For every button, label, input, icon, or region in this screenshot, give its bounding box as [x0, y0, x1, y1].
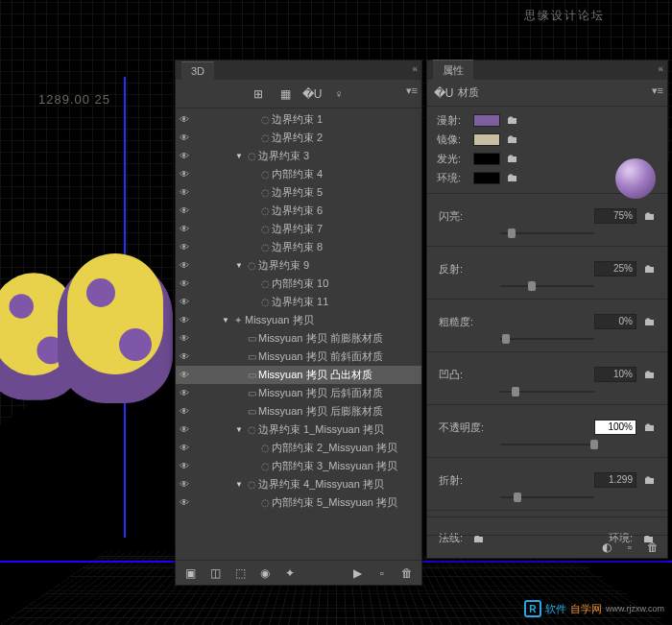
slider-track[interactable]	[500, 385, 594, 398]
slider-thumb[interactable]	[514, 493, 521, 502]
filter-light-icon[interactable]: ♀	[332, 87, 346, 101]
filter-scene-icon[interactable]: ⊞	[252, 87, 265, 101]
disclosure-icon[interactable]: ▼	[233, 425, 245, 434]
tree-row[interactable]: 👁◌边界约束 6	[176, 202, 421, 220]
tree-row[interactable]: 👁▼◌边界约束 3	[176, 147, 421, 165]
visibility-icon[interactable]: 👁	[176, 461, 193, 471]
folder-icon[interactable]: 🖿	[644, 209, 656, 223]
foot-trash-icon[interactable]: 🗑	[646, 541, 660, 554]
value-input[interactable]: 1.299	[594, 472, 636, 488]
visibility-icon[interactable]: 👁	[176, 424, 193, 435]
foot-icon-2[interactable]: ◫	[208, 566, 222, 580]
tree-row[interactable]: 👁▭Missyuan 拷贝 后斜面材质	[176, 384, 421, 402]
slider-track[interactable]	[500, 279, 594, 293]
tree-row[interactable]: 👁▼◌边界约束 4_Missyuan 拷贝	[176, 475, 421, 493]
visibility-icon[interactable]: 👁	[176, 242, 193, 252]
folder-icon[interactable]: 🖿	[644, 368, 656, 381]
new-icon[interactable]: ▫	[375, 566, 389, 580]
tree-row[interactable]: 👁◌内部约束 3_Missyuan 拷贝	[176, 457, 421, 475]
disclosure-icon[interactable]: ▼	[233, 480, 245, 489]
tree-row[interactable]: 👁◌内部约束 10	[176, 275, 421, 293]
folder-icon[interactable]: 🖿	[644, 473, 656, 487]
tree-row[interactable]: 👁◌内部约束 4	[176, 165, 421, 183]
slider-thumb[interactable]	[502, 334, 510, 344]
slider-thumb[interactable]	[590, 440, 598, 449]
visibility-icon[interactable]: 👁	[176, 315, 193, 325]
visibility-icon[interactable]: 👁	[176, 132, 193, 143]
tree-row[interactable]: 👁▭Missyuan 拷贝 前斜面材质	[176, 348, 421, 366]
tree-row[interactable]: 👁◌内部约束 5_Missyuan 拷贝	[176, 493, 421, 512]
folder-icon[interactable]: 🖿	[644, 315, 656, 328]
value-input[interactable]: 0%	[594, 314, 636, 329]
color-swatch[interactable]	[473, 133, 500, 146]
visibility-icon[interactable]: 👁	[176, 169, 193, 180]
value-input[interactable]: 10%	[594, 367, 636, 382]
disclosure-icon[interactable]: ▼	[233, 152, 245, 160]
foot-icon-4[interactable]: ◉	[258, 566, 272, 580]
tree-row[interactable]: 👁◌边界约束 2	[176, 129, 421, 147]
disclosure-icon[interactable]: ▼	[233, 261, 245, 270]
tab-properties[interactable]: 属性	[433, 60, 473, 81]
tree-row[interactable]: 👁▭Missyuan 拷贝 前膨胀材质	[176, 329, 421, 348]
tree-row[interactable]: 👁▭Missyuan 拷贝 后膨胀材质	[176, 402, 421, 421]
tree-row[interactable]: 👁▼◌边界约束 1_Missyuan 拷贝	[176, 421, 421, 439]
visibility-icon[interactable]: 👁	[176, 260, 193, 271]
foot-icon-3[interactable]: ⬚	[233, 566, 247, 580]
visibility-icon[interactable]: 👁	[176, 370, 193, 380]
panel-menu-icon[interactable]: ▾≡	[406, 84, 418, 97]
tree-row[interactable]: 👁◌边界约束 11	[176, 293, 421, 311]
layer-tree[interactable]: 👁◌边界约束 1👁◌边界约束 2👁▼◌边界约束 3👁◌内部约束 4👁◌边界约束 …	[176, 108, 421, 546]
filter-material-icon[interactable]: �U	[305, 87, 319, 101]
slider-thumb[interactable]	[508, 228, 516, 238]
foot-sphere-icon[interactable]: ◐	[600, 541, 613, 554]
render-icon[interactable]: ▶	[350, 566, 364, 580]
folder-icon[interactable]: 🖿	[506, 132, 519, 146]
visibility-icon[interactable]: 👁	[176, 333, 193, 344]
panel-collapse-icon[interactable]: «	[658, 63, 663, 74]
visibility-icon[interactable]: 👁	[176, 114, 193, 125]
tree-row[interactable]: 👁◌边界约束 5	[176, 183, 421, 202]
slider-track[interactable]	[500, 332, 594, 346]
visibility-icon[interactable]: 👁	[176, 278, 193, 289]
slider-track[interactable]	[500, 438, 594, 451]
tree-row[interactable]: 👁▼◌边界约束 9	[176, 256, 421, 275]
tree-row[interactable]: 👁◌边界约束 1	[176, 110, 421, 129]
value-input[interactable]: 75%	[594, 208, 636, 224]
visibility-icon[interactable]: 👁	[176, 497, 193, 508]
visibility-icon[interactable]: 👁	[176, 187, 193, 198]
material-preview-sphere[interactable]	[615, 158, 656, 199]
tree-row[interactable]: 👁▭Missyuan 拷贝 凸出材质	[176, 366, 421, 384]
tree-row[interactable]: 👁▼✦Missyuan 拷贝	[176, 311, 421, 329]
visibility-icon[interactable]: 👁	[176, 205, 193, 216]
visibility-icon[interactable]: 👁	[176, 151, 193, 161]
color-swatch[interactable]	[473, 153, 500, 165]
foot-new-icon[interactable]: ▫	[623, 541, 636, 554]
folder-icon[interactable]: 🖿	[506, 152, 519, 165]
visibility-icon[interactable]: 👁	[176, 406, 193, 417]
disclosure-icon[interactable]: ▼	[220, 316, 231, 325]
tree-row[interactable]: 👁◌内部约束 2_Missyuan 拷贝	[176, 439, 421, 457]
visibility-icon[interactable]: 👁	[176, 388, 193, 398]
value-input[interactable]: 25%	[594, 261, 636, 276]
panel-menu-icon[interactable]: ▾≡	[652, 84, 663, 97]
visibility-icon[interactable]: 👁	[176, 351, 193, 362]
visibility-icon[interactable]: 👁	[176, 297, 193, 307]
filter-mesh-icon[interactable]: ▦	[278, 87, 292, 101]
visibility-icon[interactable]: 👁	[176, 479, 193, 490]
panel-prop-header[interactable]: 属性 « ▾≡	[427, 60, 667, 80]
color-swatch[interactable]	[473, 172, 500, 184]
panel-3d-header[interactable]: 3D « ▾≡	[176, 60, 421, 80]
slider-track[interactable]	[500, 491, 594, 504]
trash-icon[interactable]: 🗑	[400, 566, 414, 580]
folder-icon[interactable]: 🖿	[506, 113, 519, 127]
slider-thumb[interactable]	[528, 281, 536, 291]
tab-3d[interactable]: 3D	[181, 61, 214, 80]
folder-icon[interactable]: 🖿	[506, 171, 519, 184]
tree-row[interactable]: 👁◌边界约束 7	[176, 220, 421, 238]
foot-icon-5[interactable]: ✦	[283, 566, 297, 580]
tree-row[interactable]: 👁◌边界约束 8	[176, 238, 421, 256]
visibility-icon[interactable]: 👁	[176, 224, 193, 234]
foot-icon-1[interactable]: ▣	[183, 566, 197, 580]
slider-thumb[interactable]	[512, 387, 519, 397]
visibility-icon[interactable]: 👁	[176, 443, 193, 453]
